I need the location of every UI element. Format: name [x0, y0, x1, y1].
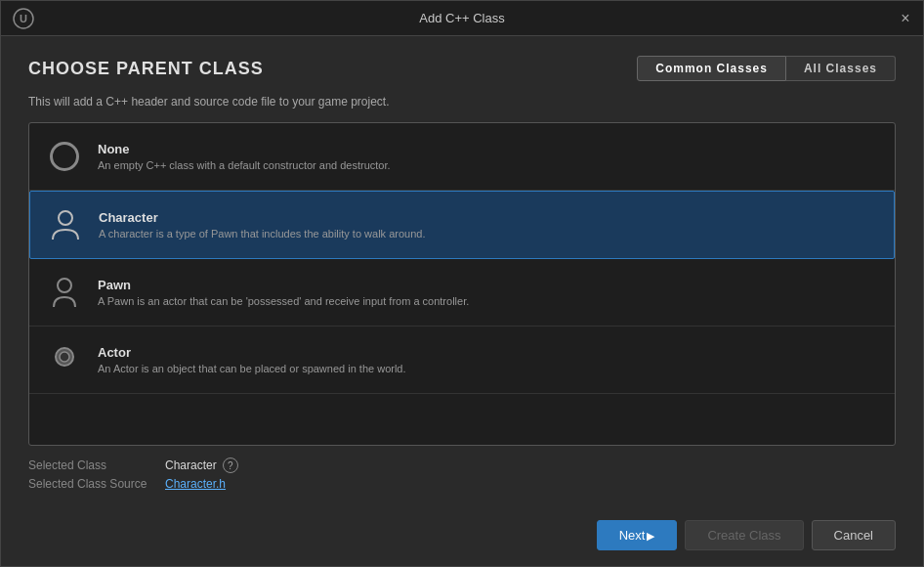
- class-info: Pawn A Pawn is an actor that can be 'pos…: [98, 278, 879, 307]
- selected-class-label: Selected Class: [28, 458, 165, 472]
- selected-class-source-row: Selected Class Source Character.h: [28, 477, 896, 491]
- class-info: Character A character is a type of Pawn …: [99, 210, 878, 240]
- class-name: Character: [99, 210, 878, 225]
- help-icon[interactable]: ?: [223, 458, 238, 473]
- section-header: CHOOSE PARENT CLASS Common Classes All C…: [28, 56, 896, 81]
- tab-all-classes[interactable]: All Classes: [786, 56, 896, 81]
- dialog: U Add C++ Class × CHOOSE PARENT CLASS Co…: [0, 0, 924, 567]
- class-desc: An empty C++ class with a default constr…: [98, 159, 879, 171]
- dialog-title: Add C++ Class: [419, 11, 504, 25]
- main-content: CHOOSE PARENT CLASS Common Classes All C…: [1, 36, 923, 510]
- class-name: Pawn: [98, 278, 879, 292]
- tab-group: Common Classes All Classes: [637, 56, 896, 81]
- class-desc: A Pawn is an actor that can be 'possesse…: [98, 295, 879, 307]
- list-item[interactable]: Pawn A Pawn is an actor that can be 'pos…: [29, 259, 895, 327]
- svg-text:U: U: [20, 13, 27, 24]
- footer-info: Selected Class Character ? Selected Clas…: [28, 458, 896, 495]
- character-icon: [46, 205, 85, 244]
- class-info: None An empty C++ class with a default c…: [98, 142, 879, 171]
- list-item[interactable]: Character A character is a type of Pawn …: [29, 191, 895, 259]
- next-button[interactable]: Next▶: [597, 520, 678, 550]
- svg-point-5: [60, 352, 69, 362]
- button-bar: Next▶ Create Class Cancel: [1, 510, 923, 566]
- svg-point-2: [59, 211, 72, 225]
- class-name: None: [98, 142, 879, 156]
- close-button[interactable]: ×: [888, 1, 923, 36]
- list-item[interactable]: None An empty C++ class with a default c…: [29, 123, 895, 191]
- tab-common-classes[interactable]: Common Classes: [637, 56, 786, 81]
- list-item[interactable]: Actor An Actor is an object that can be …: [29, 327, 895, 394]
- class-name: Actor: [98, 345, 879, 360]
- svg-point-3: [58, 279, 71, 292]
- selected-class-row: Selected Class Character ?: [28, 458, 896, 473]
- actor-icon: [45, 340, 84, 379]
- class-desc: A character is a type of Pawn that inclu…: [99, 228, 878, 240]
- class-list: None An empty C++ class with a default c…: [28, 122, 896, 446]
- cancel-button[interactable]: Cancel: [812, 520, 896, 550]
- selected-class-source-value[interactable]: Character.h: [165, 477, 226, 491]
- selected-class-value: Character: [165, 458, 217, 472]
- class-desc: An Actor is an object that can be placed…: [98, 363, 879, 374]
- class-info: Actor An Actor is an object that can be …: [98, 345, 879, 374]
- subtitle: This will add a C++ header and source co…: [28, 95, 896, 109]
- selected-class-source-label: Selected Class Source: [28, 477, 165, 491]
- ue-logo-icon: U: [13, 8, 34, 29]
- pawn-icon: [45, 273, 84, 312]
- none-icon: [45, 137, 84, 176]
- title-bar: U Add C++ Class ×: [1, 1, 923, 36]
- create-class-button[interactable]: Create Class: [685, 520, 803, 550]
- section-title: CHOOSE PARENT CLASS: [28, 59, 264, 79]
